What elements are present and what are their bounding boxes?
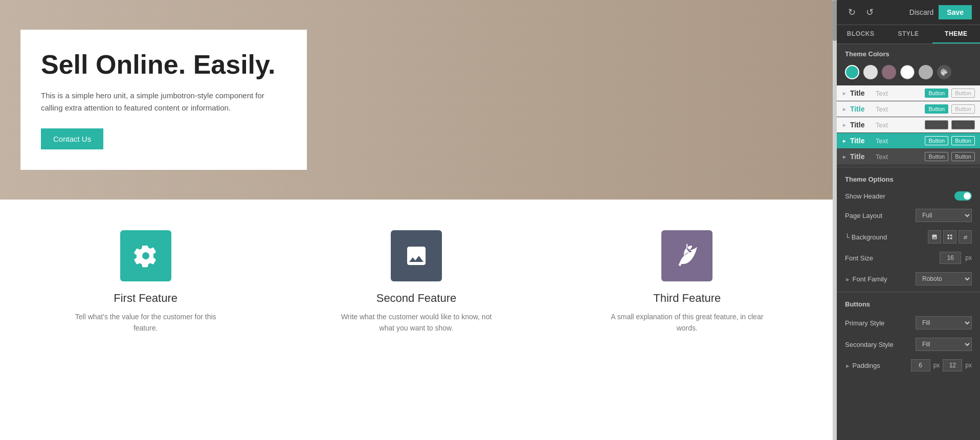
color-swatch-purple[interactable] <box>882 65 896 79</box>
divider-1 <box>837 167 980 167</box>
hero-cta-button[interactable]: Contact Us <box>41 128 103 149</box>
row-btn2-1[interactable]: Button <box>951 89 975 98</box>
leaf-icon <box>675 244 699 268</box>
color-swatch-gray[interactable] <box>863 65 878 79</box>
feature-icon-3 <box>661 230 712 281</box>
bg-icons: ⌀ <box>928 230 972 244</box>
scrollbar[interactable] <box>833 0 837 440</box>
hero-title: Sell Online. Easily. <box>41 50 286 79</box>
page-layout-label: Page Layout <box>845 212 911 219</box>
padding-inputs: px px <box>911 359 972 371</box>
row-title-1: Title <box>850 89 873 97</box>
theme-row-2[interactable]: ► Title Text Button Button <box>837 101 980 117</box>
secondary-style-select[interactable]: Fill Outline <box>916 338 972 351</box>
background-label: └ Background <box>845 233 924 241</box>
feature-title-3: Third Feature <box>653 292 721 305</box>
tab-theme[interactable]: THEME <box>932 25 980 43</box>
theme-row-1[interactable]: ► Title Text Button Button <box>837 85 980 101</box>
gear-icon <box>133 244 158 268</box>
features-section: First Feature Tell what's the value for … <box>0 200 833 355</box>
row-btn2-4[interactable]: Button <box>951 136 975 145</box>
row-chevron-4: ► <box>842 138 847 144</box>
row-btn1-3[interactable]: Button <box>925 120 948 129</box>
row-text-2: Text <box>876 105 922 113</box>
row-btn1-5[interactable]: Button <box>925 152 948 161</box>
font-size-label: Font Size <box>845 254 936 262</box>
font-family-select[interactable]: Roboto Arial Georgia <box>916 272 972 285</box>
show-header-toggle[interactable] <box>954 191 972 201</box>
theme-options-title: Theme Options <box>837 169 980 187</box>
paddings-label: ► Paddings <box>845 362 907 369</box>
paddings-row: ► Paddings px px <box>837 355 980 376</box>
bg-grid-button[interactable] <box>943 230 956 244</box>
redo-button[interactable]: ↺ <box>863 6 877 19</box>
undo-button[interactable]: ↻ <box>845 6 859 19</box>
feature-item-3: Third Feature A small explanation of thi… <box>605 230 769 334</box>
bg-clear-button[interactable]: ⌀ <box>959 230 972 244</box>
feature-desc-3: A small explanation of this great featur… <box>605 311 769 334</box>
row-text-1: Text <box>876 90 922 97</box>
row-chevron-5: ► <box>842 154 847 160</box>
secondary-style-row: Secondary Style Fill Outline <box>837 334 980 355</box>
row-text-3: Text <box>876 121 922 129</box>
secondary-style-label: Secondary Style <box>845 341 911 348</box>
padding-top-input[interactable] <box>911 359 930 371</box>
feature-title-2: Second Feature <box>376 292 457 305</box>
row-text-4: Text <box>876 137 922 145</box>
main-content: Sell Online. Easily. This is a simple he… <box>0 0 833 440</box>
panel-tabs: BLOCKS STYLE THEME <box>837 25 980 44</box>
theme-row-4[interactable]: ► Title Text Button Button <box>837 133 980 149</box>
primary-style-row: Primary Style Fill Outline <box>837 312 980 334</box>
hero-card: Sell Online. Easily. This is a simple he… <box>20 30 307 170</box>
color-swatch-white[interactable] <box>900 65 915 79</box>
row-text-5: Text <box>876 153 922 161</box>
font-size-unit: px <box>965 254 972 261</box>
row-btn2-5[interactable]: Button <box>951 152 975 161</box>
theme-row-3[interactable]: ► Title Text Button Button <box>837 117 980 133</box>
divider-2 <box>837 292 980 292</box>
padding-right-input[interactable] <box>943 359 962 371</box>
theme-row-5[interactable]: ► Title Text Button Button <box>837 149 980 165</box>
page-layout-select[interactable]: Full Boxed <box>916 209 972 222</box>
row-btn1-1[interactable]: Button <box>925 89 948 98</box>
tab-style[interactable]: STYLE <box>884 25 932 43</box>
buttons-section-title: Buttons <box>837 294 980 312</box>
row-btn1-2[interactable]: Button <box>925 104 948 114</box>
primary-style-select[interactable]: Fill Outline <box>916 316 972 329</box>
row-btn2-2[interactable]: Button <box>951 104 975 114</box>
save-button[interactable]: Save <box>939 5 972 19</box>
bg-image-button[interactable] <box>928 230 941 244</box>
row-chevron-1: ► <box>842 91 847 96</box>
row-chevron-2: ► <box>842 106 847 112</box>
font-family-label: ► Font Family <box>845 275 911 283</box>
theme-colors-row <box>837 62 980 85</box>
background-row: └ Background ⌀ <box>837 226 980 248</box>
top-bar-actions: Discard Save <box>909 5 972 19</box>
row-btn1-4[interactable]: Button <box>925 136 948 145</box>
discard-button[interactable]: Discard <box>909 8 933 16</box>
scroll-thumb[interactable] <box>833 0 837 41</box>
row-btn2-3[interactable]: Button <box>951 120 975 129</box>
show-header-row: Show Header <box>837 187 980 205</box>
tab-blocks[interactable]: BLOCKS <box>837 25 884 43</box>
row-chevron-3: ► <box>842 122 847 128</box>
feature-desc-1: Tell what's the value for the customer f… <box>64 311 228 334</box>
padding-right-unit: px <box>965 362 972 369</box>
font-size-row: Font Size px <box>837 248 980 268</box>
color-palette-button[interactable] <box>937 65 951 79</box>
top-bar-left: ↻ ↺ <box>845 6 877 19</box>
right-panel: ↻ ↺ Discard Save BLOCKS STYLE THEME Them… <box>837 0 980 440</box>
color-swatch-silver[interactable] <box>919 65 933 79</box>
bg-grid-icon <box>947 234 953 240</box>
font-size-input[interactable] <box>940 252 961 264</box>
color-swatch-teal[interactable] <box>845 65 859 79</box>
padding-top-unit: px <box>933 362 940 369</box>
feature-icon-2 <box>391 230 442 281</box>
feature-title-1: First Feature <box>114 292 177 305</box>
row-title-4: Title <box>850 137 873 145</box>
theme-colors-title: Theme Colors <box>837 44 980 62</box>
hero-section: Sell Online. Easily. This is a simple he… <box>0 0 833 200</box>
row-title-5: Title <box>850 152 873 161</box>
font-family-row: ► Font Family Roboto Arial Georgia <box>837 268 980 290</box>
feature-desc-2: Write what the customer would like to kn… <box>335 311 498 334</box>
